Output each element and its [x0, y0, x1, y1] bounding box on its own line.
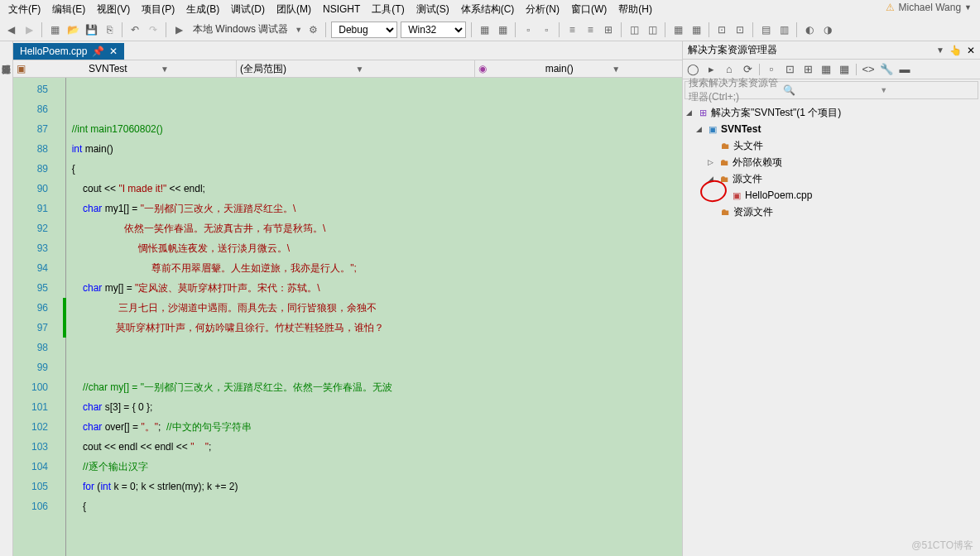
- back-icon[interactable]: ◯: [686, 63, 699, 76]
- toolbar-icon-17[interactable]: ◑: [820, 22, 835, 37]
- menu-item[interactable]: 帮助(H): [613, 1, 657, 18]
- filter-dropdown[interactable]: (全局范围)▼: [237, 60, 475, 77]
- dropdown-icon[interactable]: ▼: [936, 46, 944, 55]
- close-icon[interactable]: ✕: [967, 45, 975, 56]
- search-icon: 🔍: [783, 84, 877, 96]
- member-dropdown[interactable]: ◉ main()▼: [475, 60, 682, 77]
- toolbar-icon-6[interactable]: ≡: [583, 22, 598, 37]
- menu-item[interactable]: 调试(D): [226, 1, 270, 18]
- solution-search-input[interactable]: 搜索解决方案资源管理器(Ctrl+;) 🔍 ▼: [685, 81, 978, 99]
- menu-item[interactable]: 生成(B): [181, 1, 224, 18]
- code-editor[interactable]: 8586878889909192939495969798991001011021…: [13, 78, 682, 556]
- toolbar-icon-11[interactable]: ▦: [689, 22, 704, 37]
- forward-icon[interactable]: ▸: [704, 63, 718, 76]
- tab-strip: HelloPoem.cpp 📌 ✕: [13, 41, 682, 60]
- source-file[interactable]: ▣ HelloPoem.cpp: [683, 187, 980, 204]
- code-icon[interactable]: <>: [862, 63, 875, 76]
- menu-item[interactable]: 编辑(E): [47, 1, 90, 18]
- toolbar-icon[interactable]: ▬: [898, 63, 911, 76]
- home-icon[interactable]: ⌂: [723, 63, 736, 76]
- redo-button[interactable]: ↷: [146, 22, 161, 37]
- start-debug-button[interactable]: ▶: [171, 22, 186, 37]
- toolbar-icon-8[interactable]: ◫: [627, 22, 641, 37]
- menu-item[interactable]: 测试(S): [411, 1, 454, 18]
- left-tool-strip[interactable]: 服务器资源管理器: [0, 41, 13, 556]
- platform-dropdown[interactable]: Win32: [401, 22, 466, 38]
- menu-item[interactable]: 窗口(W): [566, 1, 612, 18]
- toolbar-icon-7[interactable]: ⊞: [601, 22, 616, 37]
- toolbar-icon-1[interactable]: ▦: [477, 22, 492, 37]
- code-content[interactable]: //int main17060802() int main() { cout <…: [66, 78, 682, 556]
- menu-item[interactable]: 视图(V): [92, 1, 135, 18]
- toolbar-icon-14[interactable]: ▤: [758, 22, 773, 37]
- back-button[interactable]: ◀: [3, 22, 18, 37]
- project-node[interactable]: ◢▣ SVNTest: [683, 121, 980, 137]
- toolbar-icon-15[interactable]: ▥: [776, 22, 791, 37]
- toolbar-icon-10[interactable]: ▦: [670, 22, 685, 37]
- warning-icon: ⚠: [886, 2, 895, 13]
- toolbar-icon-9[interactable]: ◫: [645, 22, 660, 37]
- refresh-icon[interactable]: ⟳: [741, 63, 754, 76]
- toolbar-icon-3[interactable]: ▫: [521, 22, 536, 37]
- line-number-gutter: 8586878889909192939495969798991001011021…: [13, 78, 55, 556]
- file-tab[interactable]: HelloPoem.cpp 📌 ✕: [13, 43, 124, 60]
- nav-bar: ▣ SVNTest▼ (全局范围)▼ ◉ main()▼: [13, 60, 682, 78]
- menu-item[interactable]: 体系结构(C): [456, 1, 520, 18]
- forward-button[interactable]: ▶: [22, 22, 36, 37]
- solution-tree[interactable]: ◢⊞ 解决方案"SVNTest"(1 个项目) ◢▣ SVNTest 🖿 头文件…: [683, 101, 980, 556]
- toolbar-icon[interactable]: ⊞: [801, 63, 814, 76]
- pin-icon[interactable]: 👆: [949, 45, 962, 56]
- save-button[interactable]: 💾: [84, 22, 98, 37]
- solution-explorer-title: 解决方案资源管理器 ▼ 👆 ✕: [683, 41, 980, 60]
- tab-filename: HelloPoem.cpp: [20, 46, 87, 57]
- user-name: Michael Wang: [898, 2, 961, 13]
- save-all-button[interactable]: ⎘: [102, 22, 117, 37]
- menu-item[interactable]: 工具(T): [367, 1, 409, 18]
- open-button[interactable]: 📂: [65, 22, 80, 37]
- new-file-button[interactable]: ▦: [47, 22, 62, 37]
- user-badge[interactable]: ⚠ Michael Wang ▼: [886, 2, 972, 13]
- undo-button[interactable]: ↶: [127, 22, 142, 37]
- pin-icon[interactable]: 📌: [92, 46, 104, 57]
- chevron-down-icon: ▼: [880, 86, 974, 94]
- main-toolbar: ◀ ▶ ▦ 📂 💾 ⎘ ↶ ↷ ▶ 本地 Windows 调试器 ▼ ⚙ Deb…: [0, 18, 980, 41]
- toolbar-icon[interactable]: ▦: [838, 63, 851, 76]
- close-icon[interactable]: ✕: [109, 46, 118, 57]
- watermark: @51CTO博客: [911, 539, 973, 553]
- config-dropdown[interactable]: Debug: [331, 22, 397, 38]
- toolbar-icon-2[interactable]: ▦: [495, 22, 510, 37]
- toolbar-icon-4[interactable]: ▫: [539, 22, 554, 37]
- menu-bar: 文件(F)编辑(E)视图(V)项目(P)生成(B)调试(D)团队(M)NSIGH…: [0, 0, 980, 18]
- toolbar-icon-16[interactable]: ◐: [802, 22, 817, 37]
- toolbar-icon[interactable]: ▫: [765, 63, 778, 76]
- headers-folder[interactable]: 🖿 头文件: [683, 137, 980, 154]
- menu-item[interactable]: 团队(M): [271, 1, 316, 18]
- editor-pane: HelloPoem.cpp 📌 ✕ ▣ SVNTest▼ (全局范围)▼ ◉ m…: [13, 41, 682, 556]
- source-folder[interactable]: ◢🖿 源文件: [683, 170, 980, 187]
- debug-target[interactable]: 本地 Windows 调试器: [190, 22, 291, 36]
- resource-folder[interactable]: 🖿 资源文件: [683, 204, 980, 220]
- menu-item[interactable]: 项目(P): [137, 1, 180, 18]
- menu-item[interactable]: 文件(F): [3, 1, 46, 18]
- solution-explorer-pane: 解决方案资源管理器 ▼ 👆 ✕ ◯ ▸ ⌂ ⟳ ▫ ⊡ ⊞ ▦ ▦ <> 🔧 ▬…: [682, 41, 980, 556]
- toolbar-icon[interactable]: ⊡: [783, 63, 796, 76]
- scope-dropdown[interactable]: ▣ SVNTest▼: [13, 60, 237, 77]
- toolbar-icon[interactable]: ▦: [819, 63, 833, 76]
- menu-item[interactable]: 分析(N): [521, 1, 564, 18]
- toolbar-icon-5[interactable]: ≡: [564, 22, 579, 37]
- toolbar-icon-13[interactable]: ⊡: [733, 22, 747, 37]
- toolbar-icon-12[interactable]: ⊡: [714, 22, 729, 37]
- debug-settings-icon[interactable]: ⚙: [305, 22, 320, 37]
- wrench-icon[interactable]: 🔧: [880, 63, 893, 76]
- external-folder[interactable]: ▷🖿 外部依赖项: [683, 154, 980, 170]
- solution-node[interactable]: ◢⊞ 解决方案"SVNTest"(1 个项目): [683, 104, 980, 121]
- chevron-down-icon: ▼: [964, 3, 972, 12]
- menu-item[interactable]: NSIGHT: [318, 2, 365, 17]
